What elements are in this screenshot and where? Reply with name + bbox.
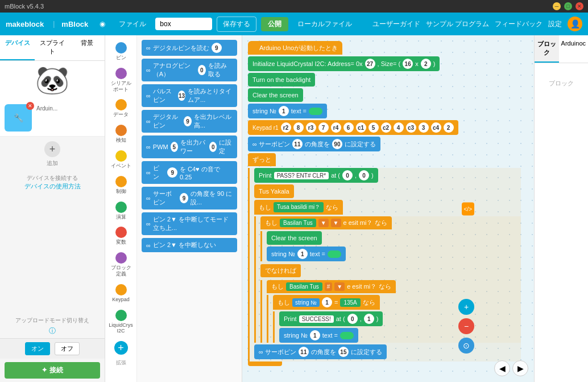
clear-screen2[interactable]: Clear the screen [267, 231, 322, 245]
servo-final[interactable]: ∞ サーボピン 11 の角度を 15 に設定する [254, 344, 387, 359]
device-usage-link[interactable]: デバイスの使用方法 [24, 183, 81, 190]
servo-setup-block[interactable]: ∞ サーボピン 11 の角度を 90 に設定する [248, 137, 521, 151]
backlight-block[interactable]: Turn on the backlight [248, 73, 521, 87]
block-servo[interactable]: ∞ サーボピン 9 の角度を 90 に設... [142, 187, 237, 210]
expand-code-button[interactable]: </> [462, 202, 474, 215]
print-success-block[interactable]: Print SUCCESS! at ( 0 , 1 ) [279, 311, 521, 326]
turn-on-backlight[interactable]: Turn on the backlight [248, 73, 315, 87]
code-canvas[interactable]: Arduino Unoが起動したとき Initialize LiquidCrys… [242, 35, 534, 382]
clear2-block[interactable]: Clear the screen [267, 231, 521, 245]
add-device-button[interactable]: + [44, 141, 60, 157]
event-dot [115, 150, 127, 162]
add-category-button[interactable]: + [114, 341, 128, 355]
print-block[interactable]: Print PASS? ENT# CLR* at ( 0 , 0 ) [254, 168, 521, 183]
category-control[interactable]: 制御 [107, 174, 134, 197]
initialize-lcd[interactable]: Initialize LiquidCrystal I2C: Address= 0… [248, 56, 440, 71]
servo-angle-setup[interactable]: ∞ サーボピン 11 の角度を 90 に設定する [248, 137, 380, 151]
zoom-minus-button[interactable]: − [458, 318, 474, 334]
reset-view-button[interactable]: ⊙ [458, 338, 474, 354]
tab-blocks[interactable]: ブロック [535, 35, 559, 63]
if3-block[interactable]: もし Basilan Tus # ▼ e esit mi？ なら [267, 280, 521, 343]
avatar[interactable]: 👤 [568, 17, 582, 31]
connect-button[interactable]: ✦ 接続 [5, 362, 100, 379]
tab-sprite[interactable]: スプライト [35, 35, 69, 60]
trigger-block[interactable]: Arduino Unoが起動したとき [248, 41, 521, 55]
file-menu[interactable]: ファイル [114, 17, 151, 31]
brand-separator: | [53, 20, 55, 28]
category-pin[interactable]: ピン [107, 40, 134, 63]
tus-yakala[interactable]: Tus Yakala [254, 184, 294, 198]
infinity-icon7: ∞ [146, 195, 151, 202]
category-detection[interactable]: 検知 [107, 122, 134, 146]
when-arduino-starts[interactable]: Arduino Unoが起動したとき [248, 41, 342, 55]
string2-block[interactable]: string № 1 text = [267, 247, 521, 261]
string-no-block[interactable]: string № 1 text = [248, 104, 521, 118]
tus-yakala-block[interactable]: Tus Yakala [254, 184, 521, 198]
keypad-block[interactable]: Keypad r1 r2 8 r3 7 r4 6 c1 5 c2 4 c3 3 … [248, 120, 521, 135]
if2-block[interactable]: もし Basilan Tus ▼ ▼ e esit mi？ なら Clea [260, 216, 521, 261]
save-button[interactable]: 保存する [217, 17, 256, 32]
else-body: もし Basilan Tus # ▼ e esit mi？ なら [260, 280, 521, 343]
category-serial[interactable]: シリアルポート [107, 65, 134, 95]
forever-loop[interactable]: ずっと Print PASS? ENT# CLR* at ( 0 , 0 ) [248, 153, 521, 366]
keypad-setup[interactable]: Keypad r1 r2 8 r3 7 r4 6 c1 5 c2 4 c3 3 … [248, 120, 458, 135]
category-variables[interactable]: 変数 [107, 224, 134, 248]
add-category-label: 拡張 [116, 359, 126, 367]
block-tone[interactable]: ∞ ピン 9 を C4♥ の音で 0.25 [142, 161, 237, 184]
infinity-icon2: ∞ [146, 67, 151, 73]
print-success[interactable]: Print SUCCESS! at ( 0 , 1 ) [279, 311, 383, 326]
block-digital-write[interactable]: ∞ デジタルピン 9 を出力レベル 高... [142, 110, 237, 133]
tab-background[interactable]: 背景 [70, 35, 105, 60]
feedback-link[interactable]: フィードバック [495, 19, 543, 29]
upload-info-icon[interactable]: ⓘ [6, 326, 99, 336]
else-label: でなければ [260, 264, 301, 277]
right-panel: ブロック Arduinoc ブロック [534, 35, 588, 382]
toggle-off-button[interactable]: オフ [55, 342, 80, 355]
minimize-button[interactable]: ─ [553, 2, 561, 10]
scroll-left-button[interactable]: ◀ [494, 360, 510, 376]
init-lcd-block[interactable]: Initialize LiquidCrystal I2C: Address= 0… [248, 56, 521, 71]
user-guide-link[interactable]: ユーザーガイド [372, 19, 420, 29]
if4-block[interactable]: もし string № 1 = 135A なら [273, 295, 521, 343]
category-operators[interactable]: 演算 [107, 199, 134, 223]
category-liquidcrystal[interactable]: LiquidCrysI2C [107, 307, 134, 337]
block-no-interrupt[interactable]: ∞ ピン 2▼ を中断しない [142, 238, 237, 252]
block-pwm[interactable]: ∞ PWM 5 を出力パワー 0 に設定 [142, 135, 237, 158]
infinity-icon5: ∞ [146, 143, 151, 150]
block-interrupt[interactable]: ∞ ピン 2▼ を中断してモード 立ち上... [142, 212, 237, 235]
local-file-button[interactable]: ローカルファイル [293, 17, 357, 31]
toggle-on-button[interactable]: オン [25, 342, 50, 355]
category-data[interactable]: データ [107, 97, 134, 120]
block-analog-read[interactable]: ∞ アナログピン（A） 0 を読み取る [142, 59, 237, 81]
clear-screen[interactable]: Clear the screen [248, 88, 303, 102]
servo-final-block[interactable]: ∞ サーボピン 11 の角度を 15 に設定する [254, 344, 521, 359]
menu-icon[interactable]: ◉ [95, 18, 110, 30]
clear-screen-block[interactable]: Clear the screen [248, 88, 521, 102]
zoom-plus-button[interactable]: + [458, 299, 474, 315]
sample-program-link[interactable]: サンプル プログラム [426, 19, 489, 29]
device-arduino-card[interactable]: 🔧 ✕ [5, 104, 32, 132]
print-pass[interactable]: Print PASS? ENT# CLR* at ( 0 , 0 ) [254, 168, 378, 183]
category-keypad[interactable]: Keypad [107, 282, 134, 305]
infinity-icon6: ∞ [146, 169, 151, 176]
block-pulse-read[interactable]: ∞ パルスピン 13 を読みとりタイムア... [142, 84, 237, 107]
category-event[interactable]: イベント [107, 148, 134, 171]
tab-arduinoc[interactable]: Arduinoc [559, 35, 588, 63]
menubar: makeblock | mBlock ◉ ファイル 保存する 公開 ローカルファ… [0, 13, 588, 35]
string3-block[interactable]: string № 1 text = [279, 328, 521, 343]
string-number[interactable]: string № 1 text = [248, 104, 327, 118]
serial-dot [115, 68, 127, 79]
close-button[interactable]: ✕ [575, 2, 583, 10]
maximize-button[interactable]: □ [564, 2, 572, 10]
string-number3[interactable]: string № 1 text = [279, 328, 358, 343]
block-digital-read[interactable]: ∞ デジタルピンを読む 9 [142, 40, 237, 56]
publish-button[interactable]: 公開 [261, 17, 288, 31]
category-block-def[interactable]: ブロック定義 [107, 250, 134, 280]
serial-label: シリアルポート [111, 80, 131, 93]
search-input[interactable] [155, 18, 212, 30]
string-number2[interactable]: string № 1 text = [267, 247, 346, 261]
scroll-right-button[interactable]: ▶ [512, 360, 528, 376]
tab-device[interactable]: デバイス [0, 35, 35, 60]
if1-block[interactable]: もし Tusa basildi mi？ なら もし Basilan Tus ▼ [254, 200, 521, 343]
settings-link[interactable]: 設定 [548, 19, 562, 29]
